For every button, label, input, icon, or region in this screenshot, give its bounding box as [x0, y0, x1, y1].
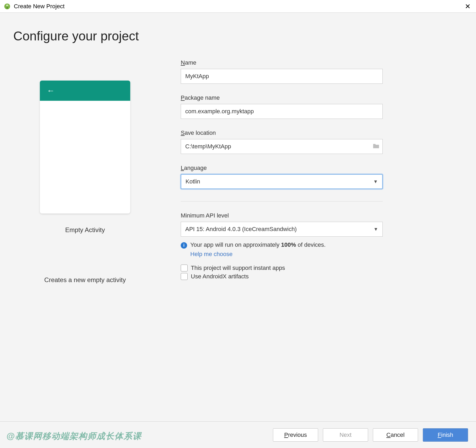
window-title: Create New Project	[14, 3, 462, 10]
field-save-location: Save location	[181, 129, 383, 154]
section-divider	[181, 201, 383, 202]
field-min-api: Minimum API level API 15: Android 4.0.3 …	[181, 212, 383, 280]
cancel-button[interactable]: Cancel	[373, 428, 418, 442]
field-package: Package name	[181, 94, 383, 119]
name-input[interactable]	[181, 69, 383, 84]
api-info-row: i Your app will run on approximately 100…	[181, 241, 383, 249]
min-api-label: Minimum API level	[181, 212, 383, 219]
project-form: Name Package name Save location Language	[181, 59, 383, 421]
previous-button[interactable]: Previous	[273, 428, 318, 442]
info-icon: i	[181, 242, 187, 249]
min-api-select[interactable]: API 15: Android 4.0.3 (IceCreamSandwich)…	[181, 222, 383, 237]
template-preview-column: ← Empty Activity Creates a new empty act…	[13, 59, 157, 421]
language-select-value: Kotlin	[186, 178, 200, 185]
chevron-down-icon: ▼	[373, 227, 378, 232]
template-name: Empty Activity	[65, 226, 105, 234]
name-label: Name	[181, 59, 383, 66]
language-label: Language	[181, 165, 383, 171]
instant-apps-row: This project will support instant apps	[181, 265, 383, 271]
svg-rect-2	[7, 6, 8, 9]
language-select[interactable]: Kotlin ▼	[181, 174, 383, 189]
chevron-down-icon: ▼	[373, 179, 378, 185]
field-name: Name	[181, 59, 383, 84]
package-label: Package name	[181, 94, 383, 101]
help-me-choose-link[interactable]: Help me choose	[190, 251, 233, 258]
instant-apps-checkbox[interactable]	[181, 265, 188, 271]
dialog-footer: @慕课网移动端架构师成长体系课 Previous Next Cancel Fin…	[0, 421, 476, 448]
arrow-left-icon: ←	[47, 87, 55, 95]
field-language: Language Kotlin ▼	[181, 165, 383, 189]
watermark-text: @慕课网移动端架构师成长体系课	[6, 430, 142, 442]
window-titlebar: Create New Project ✕	[0, 0, 476, 13]
phone-appbar: ←	[40, 81, 130, 101]
phone-preview: ←	[40, 81, 130, 213]
folder-browse-icon[interactable]	[373, 143, 380, 151]
min-api-select-value: API 15: Android 4.0.3 (IceCreamSandwich)	[185, 226, 297, 233]
svg-point-1	[6, 4, 9, 7]
androidx-checkbox[interactable]	[181, 273, 188, 280]
instant-apps-label: This project will support instant apps	[191, 265, 285, 271]
api-info-text: Your app will run on approximately 100% …	[190, 241, 326, 248]
page-title: Configure your project	[13, 29, 463, 43]
package-input[interactable]	[181, 104, 383, 119]
close-icon[interactable]: ✕	[462, 2, 473, 11]
androidx-row: Use AndroidX artifacts	[181, 273, 383, 280]
next-button[interactable]: Next	[323, 428, 368, 442]
dialog-body: Configure your project ← Empty Activity …	[0, 13, 476, 421]
save-location-input[interactable]	[181, 139, 383, 154]
template-description: Creates a new empty activity	[44, 276, 126, 284]
androidx-label: Use AndroidX artifacts	[191, 273, 249, 280]
save-location-label: Save location	[181, 129, 383, 136]
android-studio-icon	[4, 3, 11, 10]
finish-button[interactable]: Finish	[423, 428, 468, 442]
